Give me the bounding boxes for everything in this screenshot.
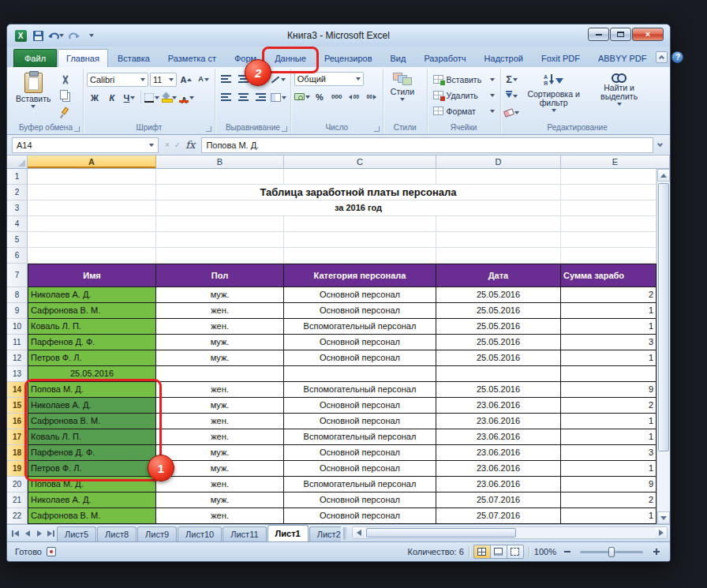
close-button[interactable]: ×	[632, 28, 664, 41]
cell-A1[interactable]	[28, 169, 156, 185]
help-button[interactable]: ?	[671, 51, 683, 63]
column-header-C[interactable]: C	[284, 155, 436, 168]
dialog-launcher-icon[interactable]	[282, 126, 287, 132]
cell-B18[interactable]: муж.	[156, 445, 284, 461]
ribbon-tab-view[interactable]: Вид	[381, 49, 414, 67]
ribbon-tab-developer[interactable]: Разработч	[415, 49, 474, 67]
cell-D8[interactable]: 25.05.2016	[436, 287, 561, 303]
row-header-21[interactable]: 21	[7, 492, 28, 508]
cell-B4[interactable]	[156, 216, 284, 232]
row-header-22[interactable]: 22	[7, 508, 28, 524]
cell-A13[interactable]: 25.05.2016	[28, 366, 156, 382]
cell-D21[interactable]: 25.07.2016	[436, 492, 561, 508]
cell-D1[interactable]	[436, 169, 561, 185]
formula-input[interactable]: Попова М. Д.	[201, 137, 653, 153]
cell-E20[interactable]: 9	[561, 477, 656, 492]
row-header-8[interactable]: 8	[7, 287, 28, 303]
dialog-launcher-icon[interactable]	[206, 126, 211, 132]
cell-C13[interactable]	[284, 366, 436, 382]
align-center-button[interactable]	[236, 90, 252, 105]
cell-D18[interactable]: 23.06.2016	[436, 445, 561, 461]
cell-D10[interactable]: 25.05.2016	[436, 319, 561, 335]
cell-A19[interactable]: Петров Ф. Л.	[28, 461, 156, 477]
cell-C1[interactable]	[284, 169, 436, 185]
expand-formula-bar-button[interactable]	[653, 142, 666, 148]
cell-E4[interactable]	[561, 216, 656, 232]
sort-filter-button[interactable]: АЯ Сортировка и фильтр	[522, 70, 585, 114]
ribbon-tab-data[interactable]: Данные2	[266, 49, 315, 67]
row-header-13[interactable]: 13	[7, 366, 28, 382]
dialog-launcher-icon[interactable]	[374, 126, 380, 132]
cell-C16[interactable]: Основной персонал	[284, 414, 436, 429]
cell-C7[interactable]: Категория персонала	[284, 264, 436, 287]
cell-C15[interactable]: Основной персонал	[284, 398, 436, 414]
cell-A21[interactable]: Николаев А. Д.	[28, 492, 156, 508]
cell-B21[interactable]: муж.	[156, 492, 284, 508]
insert-function-button[interactable]: fx	[185, 139, 195, 151]
scroll-right-button[interactable]	[655, 527, 667, 538]
cell-A12[interactable]: Петров Ф. Л.	[28, 350, 156, 366]
cell-E7[interactable]: Сумма зарабо	[561, 264, 656, 287]
cell-C10[interactable]: Вспомогательный персонал	[284, 319, 436, 335]
row-header-1[interactable]: 1	[7, 169, 28, 185]
cell-D7[interactable]: Дата	[436, 264, 561, 287]
decrease-decimal-button[interactable]: 00	[364, 89, 380, 104]
borders-button[interactable]	[144, 90, 160, 105]
row-header-5[interactable]: 5	[7, 232, 28, 248]
page-layout-view-button[interactable]	[490, 545, 507, 559]
undo-button[interactable]	[48, 28, 64, 43]
align-right-button[interactable]	[253, 90, 269, 105]
cell-B14[interactable]: жен.	[156, 382, 284, 398]
cell-E2[interactable]	[561, 185, 656, 200]
first-sheet-button[interactable]	[9, 527, 21, 539]
tab-splitter-handle[interactable]	[343, 527, 347, 540]
cell-B12[interactable]: муж.	[156, 350, 284, 366]
cell-B17[interactable]: жен.	[156, 429, 284, 445]
cell-D13[interactable]	[436, 366, 561, 382]
row-header-19[interactable]: 19	[7, 461, 28, 477]
dialog-launcher-icon[interactable]	[74, 126, 80, 132]
cell-D11[interactable]: 25.05.2016	[436, 335, 561, 350]
align-middle-button[interactable]	[236, 72, 252, 87]
cell-A16[interactable]: Сафронова В. М.	[28, 414, 156, 429]
zoom-in-button[interactable]	[650, 546, 662, 558]
cell-E9[interactable]: 1	[561, 303, 656, 319]
row-header-17[interactable]: 17	[7, 429, 28, 445]
fill-button[interactable]	[504, 88, 520, 103]
cell-D4[interactable]	[436, 216, 561, 232]
cell-E11[interactable]: 3	[561, 335, 656, 350]
merge-center-button[interactable]	[271, 90, 286, 105]
cell-E5[interactable]	[561, 232, 656, 248]
scroll-left-button[interactable]	[353, 527, 365, 538]
column-header-E[interactable]: E	[561, 155, 670, 168]
cell-E6[interactable]	[561, 248, 656, 264]
shrink-font-button[interactable]: А	[196, 72, 211, 87]
row-header-10[interactable]: 10	[7, 319, 28, 335]
vertical-scroll-thumb[interactable]	[658, 183, 669, 451]
maximize-button[interactable]	[610, 28, 631, 41]
cell-D20[interactable]: 23.06.2016	[436, 477, 561, 492]
cell-E8[interactable]: 2	[561, 287, 656, 303]
cell-E10[interactable]: 1	[561, 319, 656, 335]
cell-A4[interactable]	[28, 216, 156, 232]
sheet-tab-1[interactable]: Лист5	[57, 526, 96, 541]
enter-icon[interactable]: ✓	[174, 141, 181, 149]
page-break-view-button[interactable]	[507, 545, 524, 559]
excel-logo-icon[interactable]: X	[13, 28, 28, 43]
cell-B16[interactable]: жен.	[156, 414, 284, 429]
row-header-3[interactable]: 3	[7, 200, 28, 216]
qat-customize-dropdown[interactable]	[84, 28, 99, 43]
ribbon-tab-file[interactable]: Файл	[13, 49, 57, 67]
ribbon-tab-home[interactable]: Главная	[58, 49, 108, 67]
cell-B9[interactable]: жен.	[156, 303, 284, 319]
next-sheet-button[interactable]	[33, 527, 45, 539]
cell-A10[interactable]: Коваль Л. П.	[28, 319, 156, 335]
cell-B8[interactable]: муж.	[156, 287, 284, 303]
cell-D15[interactable]: 23.06.2016	[436, 398, 561, 414]
sheet-tab-3[interactable]: Лист9	[137, 526, 177, 541]
cell-B13[interactable]	[156, 366, 284, 382]
cell-C18[interactable]: Основной персонал	[284, 445, 436, 461]
cell-B15[interactable]: муж.	[156, 398, 284, 414]
macro-record-button[interactable]	[47, 547, 56, 556]
row-header-7[interactable]: 7	[7, 264, 28, 287]
